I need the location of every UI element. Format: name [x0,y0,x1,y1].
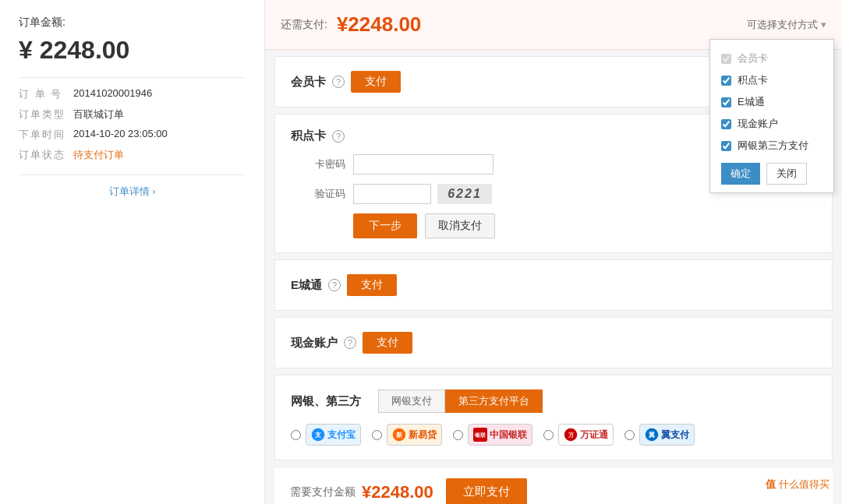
sidebar-order-time-label: 下单时间 [19,128,73,142]
yizhifu-label: 翼支付 [661,428,689,442]
watermark-text: 什么值得买 [779,478,830,490]
bank-radio-unionpay[interactable] [453,430,463,440]
bank-radio-xtd[interactable] [372,430,382,440]
order-detail-link[interactable]: 订单详情 [109,185,156,197]
dropdown-checkbox-points-card[interactable] [721,76,731,86]
points-next-button[interactable]: 下一步 [353,213,417,238]
unionpay-label: 中国银联 [490,428,527,442]
sidebar-order-status-row: 订单状态 待支付订单 [19,148,246,162]
sidebar-order-time-value: 2014-10-20 23:05:00 [73,128,168,142]
wzt-label: 万证通 [580,428,608,442]
member-card-title: 会员卡 [291,75,326,90]
dropdown-close-button[interactable]: 关闭 [766,163,807,185]
dropdown-item-cash[interactable]: 现金账户 [721,113,823,135]
dropdown-item-ecity[interactable]: E城通 [721,91,823,113]
topbar-label: 还需支付: [281,18,327,32]
bank-option-yizhifu[interactable]: 翼 翼支付 [624,424,695,446]
watermark-icon: 值 [766,478,776,490]
ecity-title: E城通 [291,278,322,293]
chevron-down-icon: ▾ [821,19,826,30]
dropdown-checkbox-bank[interactable] [721,141,731,151]
sidebar-order-type-label: 订单类型 [19,107,73,122]
dropdown-label-member-card: 会员卡 [738,51,768,65]
payment-method-dropdown-menu: 会员卡 积点卡 E城通 现金账户 网银第三方支付 [709,39,834,193]
wzt-logo: 万 万证通 [558,424,614,446]
sidebar-order-no-value: 20141020001946 [73,87,152,101]
bottom-bar: 需要支付金额 ¥2248.00 立即支付 [274,467,833,504]
bank-option-wzt[interactable]: 万 万证通 [543,424,614,446]
password-input[interactable] [353,154,494,174]
ecity-pay-button[interactable]: 支付 [347,274,397,296]
ecity-help-icon[interactable]: ? [328,279,341,291]
topbar: 还需支付: ¥2248.00 可选择支付方式 ▾ 会员卡 积点卡 E城通 [265,0,842,50]
bank-radio-alipay[interactable] [291,430,301,440]
sidebar-order-status-value: 待支付订单 [73,148,124,162]
sidebar-order-no-label: 订 单 号 [19,87,73,101]
cash-header: 现金账户 ? 支付 [291,332,816,354]
points-card-title: 积点卡 [291,129,326,143]
xtd-label: 新易贷 [409,428,437,442]
points-form-buttons: 下一步 取消支付 [353,213,816,238]
dropdown-item-member-card[interactable]: 会员卡 [721,48,823,69]
bank-title: 网银、第三方 [291,394,361,409]
password-label: 卡密码 [291,157,345,171]
dropdown-checkbox-cash[interactable] [721,119,731,129]
bank-radio-yizhifu[interactable] [624,430,635,440]
member-card-pay-button[interactable]: 支付 [351,71,401,93]
points-cancel-button[interactable]: 取消支付 [425,213,495,238]
bottom-label: 需要支付金额 [290,485,356,499]
dropdown-label-ecity: E城通 [738,95,765,109]
bank-option-alipay[interactable]: 支 支付宝 [291,424,361,446]
bank-section: 网银、第三方 网银支付 第三方支付平台 支 支付宝 新 [274,375,833,460]
bottom-amount: ¥2248.00 [362,482,433,502]
bank-tabs: 网银支付 第三方支付平台 [378,389,543,413]
dropdown-item-bank[interactable]: 网银第三方支付 [721,135,823,157]
sidebar-order-status-label: 订单状态 [19,148,73,162]
sidebar-order-time-row: 下单时间 2014-10-20 23:05:00 [19,128,246,142]
sidebar-detail-row[interactable]: 订单详情 [19,174,246,199]
svg-text:新: 新 [396,431,402,439]
yizhifu-logo: 翼 翼支付 [639,424,695,446]
bank-options: 支 支付宝 新 新易贷 银联 中国银联 [291,424,816,446]
svg-text:支: 支 [314,432,322,439]
sidebar-amount: ¥ 2248.00 [19,36,246,65]
captcha-image: 6221 [437,184,492,204]
dropdown-action-buttons: 确定 关闭 [721,163,823,185]
svg-text:翼: 翼 [649,432,655,439]
bank-option-xtd[interactable]: 新 新易贷 [372,424,442,446]
sidebar-order-no-row: 订 单 号 20141020001946 [19,87,246,101]
dropdown-label-bank: 网银第三方支付 [738,139,808,153]
captcha-input[interactable] [353,184,431,204]
svg-text:银联: 银联 [474,432,486,438]
sidebar-order-type-value: 百联城订单 [73,107,124,122]
bank-radio-wzt[interactable] [543,430,554,440]
main-content: 还需支付: ¥2248.00 可选择支付方式 ▾ 会员卡 积点卡 E城通 [265,0,842,504]
sidebar-amount-label: 订单金额: [19,16,246,30]
member-card-help-icon[interactable]: ? [332,76,345,88]
bank-tab-online[interactable]: 网银支付 [378,389,445,413]
ecity-header: E城通 ? 支付 [291,274,816,296]
cash-section: 现金账户 ? 支付 [274,317,833,368]
cash-help-icon[interactable]: ? [344,337,356,349]
cash-pay-button[interactable]: 支付 [363,332,412,354]
payment-method-dropdown-trigger[interactable]: 可选择支付方式 ▾ [747,18,826,32]
pay-now-button[interactable]: 立即支付 [446,478,527,504]
xtd-logo: 新 新易贷 [387,424,442,446]
sidebar: 订单金额: ¥ 2248.00 订 单 号 20141020001946 订单类… [0,0,265,504]
captcha-label: 验证码 [291,187,345,201]
dropdown-checkbox-member-card[interactable] [721,54,731,64]
bank-option-unionpay[interactable]: 银联 中国银联 [453,424,532,446]
dropdown-item-points-card[interactable]: 积点卡 [721,69,823,91]
alipay-logo: 支 支付宝 [306,424,361,446]
bank-tab-third[interactable]: 第三方支付平台 [445,389,543,413]
watermark: 值 什么值得买 [766,478,830,492]
ecity-section: E城通 ? 支付 [274,259,833,311]
svg-text:万: 万 [568,432,575,438]
alipay-label: 支付宝 [327,428,356,442]
dropdown-trigger-label: 可选择支付方式 [747,18,818,32]
points-card-help-icon[interactable]: ? [332,130,345,143]
sidebar-order-type-row: 订单类型 百联城订单 [19,107,246,122]
cash-title: 现金账户 [291,336,338,351]
dropdown-confirm-button[interactable]: 确定 [721,163,760,185]
dropdown-checkbox-ecity[interactable] [721,97,731,107]
